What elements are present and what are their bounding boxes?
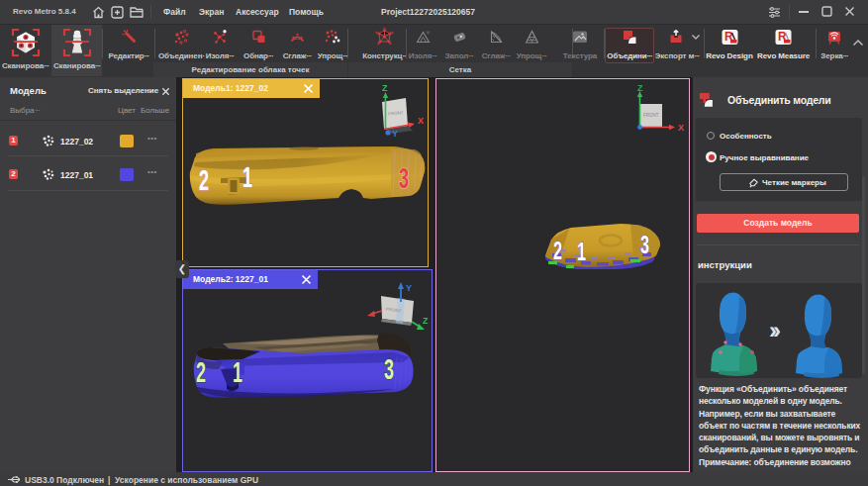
svg-text:3: 3: [399, 162, 409, 194]
svg-text:FRONT: FRONT: [643, 113, 659, 118]
svg-text:2: 2: [199, 164, 209, 196]
svg-text:1: 1: [577, 237, 586, 266]
svg-text:1: 1: [233, 356, 242, 388]
svg-text:Y: Y: [392, 129, 398, 138]
svg-text:X: X: [678, 123, 684, 133]
svg-text:3: 3: [384, 353, 394, 385]
svg-text:2: 2: [196, 356, 206, 388]
svg-text:2: 2: [553, 236, 562, 265]
svg-text:1: 1: [242, 161, 252, 193]
svg-text:X: X: [418, 116, 424, 126]
svg-text:Z: Z: [637, 84, 643, 93]
svg-text:3: 3: [640, 230, 649, 259]
svg-text:››: ››: [769, 317, 780, 343]
svg-text:Z: Z: [423, 316, 429, 326]
svg-text:Y: Y: [406, 283, 412, 293]
svg-text:Z: Z: [382, 84, 388, 93]
